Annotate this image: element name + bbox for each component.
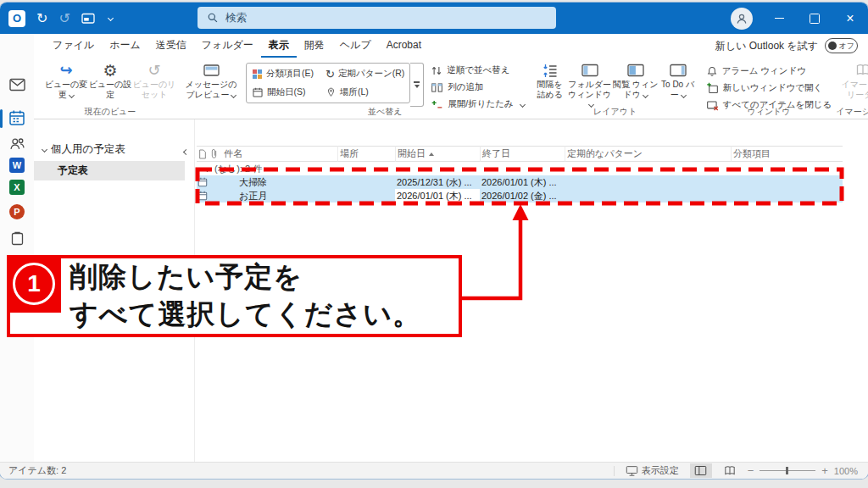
- group-label-window: ウィンドウ: [702, 106, 837, 118]
- book-icon: [723, 465, 737, 476]
- appointment-row[interactable]: [209, 189, 222, 202]
- arrange-by-start-date[interactable]: 開始日(S): [252, 84, 314, 101]
- arrange-by-recurrence[interactable]: ↻ 定期パターン(R): [326, 65, 404, 82]
- chevron-down-icon: [42, 147, 47, 152]
- calendar-group-header[interactable]: 個人用の予定表: [34, 142, 194, 157]
- group-label-immersive: イマーシブ リーダー: [836, 106, 868, 118]
- zoom-slider-knob[interactable]: [786, 467, 788, 475]
- view-settings-button[interactable]: ⚙ ビューの設定: [88, 60, 132, 99]
- close-button[interactable]: ×: [832, 3, 868, 34]
- arrange-gallery-more-button[interactable]: [410, 63, 424, 107]
- column-header-subject[interactable]: 件名: [222, 146, 337, 162]
- title-bar: O ↻ ↺ 検索 ×: [0, 3, 868, 34]
- message-preview-button[interactable]: メッセージのプレビュー: [185, 60, 237, 99]
- group-label-arrange: 並べ替え: [242, 106, 529, 118]
- arrange-by-category[interactable]: 分類項目(E): [252, 65, 314, 82]
- appointment-recurrence[interactable]: [565, 175, 731, 189]
- appointment-start[interactable]: 2026/01/01 (木) ...: [395, 189, 480, 202]
- panel-icon[interactable]: [81, 13, 95, 25]
- collapse-folder-pane-button[interactable]: [184, 142, 188, 158]
- immersive-reader-button: イマーシ ブリーダー: [840, 60, 868, 99]
- tab-acrobat[interactable]: Acrobat: [379, 34, 429, 58]
- pane-view-icon: [694, 465, 707, 476]
- search-input[interactable]: 検索: [198, 7, 556, 29]
- zoom-percentage: 100%: [834, 466, 858, 476]
- app-sidebar: W X P: [0, 34, 34, 462]
- column-header-icon[interactable]: [197, 146, 209, 162]
- open-new-window-button[interactable]: 新しいウィンドウで開く: [706, 80, 832, 97]
- account-avatar[interactable]: [731, 8, 753, 30]
- sidebar-item-tasks[interactable]: [0, 230, 34, 246]
- appointment-end[interactable]: 2026/01/01 (木) ...: [480, 175, 565, 189]
- tab-home[interactable]: ホーム: [102, 34, 148, 58]
- folder-pane-button[interactable]: フォルダー ウィンドウ: [567, 60, 613, 109]
- appointment-subject[interactable]: 大掃除: [222, 175, 337, 189]
- reading-view-button[interactable]: [723, 465, 737, 476]
- view-settings-button[interactable]: 表示設定: [626, 464, 679, 477]
- tab-folder[interactable]: フォルダー: [194, 34, 261, 58]
- appointment-category[interactable]: [731, 175, 843, 189]
- sidebar-item-word[interactable]: W: [0, 158, 34, 173]
- column-header-category[interactable]: 分類項目: [731, 146, 843, 162]
- sidebar-item-mail[interactable]: [0, 78, 34, 92]
- column-header-recurrence[interactable]: 定期的なパターン: [565, 146, 731, 162]
- column-header-start[interactable]: 開始日: [395, 146, 480, 162]
- reading-pane-button[interactable]: 閲覧 ウィンドウ: [613, 60, 659, 99]
- reminders-window-button[interactable]: アラーム ウィンドウ: [706, 63, 832, 80]
- outlook-app-icon[interactable]: O: [8, 10, 25, 27]
- step-badge: 1: [7, 255, 61, 313]
- undo-icon[interactable]: ↺: [58, 12, 70, 25]
- message-preview-icon: [203, 61, 220, 80]
- tab-view[interactable]: 表示: [261, 34, 297, 58]
- maximize-button[interactable]: [797, 3, 832, 34]
- compress-spacing-button[interactable]: 間隔を 詰める: [533, 60, 567, 99]
- arrange-gallery: 分類項目(E) ↻ 定期パターン(R) 開始日(S) 場所(L): [246, 63, 410, 103]
- appointment-icon: [198, 191, 208, 201]
- new-outlook-toggle[interactable]: オフ: [825, 38, 858, 53]
- sidebar-item-calendar[interactable]: [0, 109, 34, 126]
- appointment-start[interactable]: 2025/12/31 (水) ...: [395, 175, 480, 189]
- change-view-button[interactable]: ↪ ビューの変更: [44, 60, 88, 99]
- sidebar-item-powerpoint[interactable]: P: [0, 204, 34, 219]
- appointment-row[interactable]: [197, 189, 209, 202]
- appointment-recurrence[interactable]: [565, 189, 731, 202]
- add-columns-button[interactable]: 列の追加: [431, 79, 524, 96]
- column-header-location[interactable]: 場所: [337, 146, 395, 162]
- appointment-category[interactable]: [731, 189, 843, 202]
- appointment-location[interactable]: [337, 189, 395, 202]
- group-layout: 間隔を 詰める フォルダー ウィンドウ 閲覧 ウィンドウ To Do バー: [529, 58, 702, 119]
- todo-bar-button[interactable]: To Do バー: [659, 60, 698, 99]
- minimize-button[interactable]: [761, 3, 797, 34]
- group-window: アラーム ウィンドウ 新しいウィンドウで開く すべてのアイテムを閉じる ウィンド…: [702, 58, 837, 119]
- location-pin-icon: [326, 86, 337, 98]
- appointment-location[interactable]: [337, 175, 395, 189]
- sidebar-item-excel[interactable]: X: [0, 180, 34, 195]
- tab-file[interactable]: ファイル: [45, 34, 102, 58]
- tab-send-receive[interactable]: 送受信: [148, 34, 194, 58]
- arrange-by-location[interactable]: 場所(L): [326, 84, 404, 101]
- column-header-attachment[interactable]: [209, 146, 222, 162]
- reverse-sort-button[interactable]: 逆順で並べ替え: [431, 62, 524, 79]
- appointment-subject[interactable]: お正月: [222, 189, 337, 202]
- customize-toolbar-chevron-icon[interactable]: [108, 15, 114, 21]
- folder-item-calendar[interactable]: 予定表: [34, 161, 185, 180]
- zoom-in-button[interactable]: +: [821, 464, 828, 477]
- list-view-button[interactable]: [690, 463, 712, 478]
- sidebar-item-people[interactable]: [0, 136, 34, 151]
- appointment-end[interactable]: 2026/01/02 (金) ...: [480, 189, 565, 202]
- step-number: 1: [13, 263, 55, 305]
- calendar-icon: [8, 109, 25, 126]
- send-receive-icon[interactable]: ↻: [36, 12, 47, 25]
- column-header-end[interactable]: 終了日: [480, 146, 565, 162]
- appointment-row[interactable]: [209, 175, 222, 189]
- zoom-slider[interactable]: [760, 470, 815, 472]
- zoom-out-button[interactable]: −: [748, 464, 754, 477]
- appointment-row[interactable]: [197, 175, 209, 189]
- people-icon: [9, 136, 25, 151]
- group-row-none[interactable]: (なし): 2 件: [197, 162, 843, 175]
- tab-developer[interactable]: 開発: [297, 34, 332, 58]
- tab-help[interactable]: ヘルプ: [332, 34, 379, 58]
- reset-view-button: ↺ ビューのリセット: [132, 60, 176, 99]
- item-count-label: アイテム数: 2: [8, 464, 66, 477]
- folder-pane-icon: [581, 61, 598, 80]
